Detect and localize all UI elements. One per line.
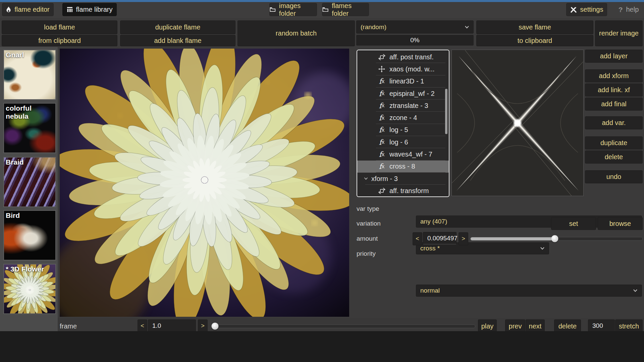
frame-label: frame — [60, 322, 77, 330]
to-clipboard-button[interactable]: to clipboard — [476, 35, 593, 46]
xform-list-item[interactable]: xaos (mod. w... — [357, 63, 449, 75]
item-label: waves4_wf - 7 — [389, 150, 432, 158]
delete-button[interactable]: delete — [585, 150, 643, 164]
variation-browse-button[interactable]: browse — [598, 217, 643, 230]
slider-thumb[interactable] — [212, 323, 219, 330]
xform-list-item[interactable]: fx ztranslate - 3 — [357, 100, 449, 112]
frame-input[interactable]: 1.0 — [148, 319, 196, 332]
button-label: add xform — [599, 72, 629, 80]
thumb-label: Braid — [6, 158, 24, 166]
xform-list-item[interactable]: fx linear3D - 1 — [357, 75, 449, 87]
slider-thumb[interactable] — [551, 235, 558, 242]
xform-list-item[interactable]: fx zcone - 4 — [357, 112, 449, 124]
library-thumb-gnarl[interactable]: Gnarl — [3, 50, 56, 100]
images-folder-button[interactable]: images folder — [269, 3, 317, 16]
button-label: settings — [580, 6, 603, 13]
library-sidebar: Gnarl colorful nebula Braid Bird * 3D Fl… — [0, 47, 58, 331]
frame-increment-button[interactable]: > — [198, 319, 208, 333]
library-thumb-braid[interactable]: Braid — [3, 157, 56, 207]
variation-set-button[interactable]: set — [551, 217, 596, 230]
button-label: play — [481, 322, 494, 330]
frame-slider[interactable] — [211, 324, 475, 328]
item-label: aff. post transf. — [389, 53, 434, 61]
app-window: flame editor flame library images folder… — [0, 0, 644, 362]
button-label: from clipboard — [38, 37, 81, 45]
item-label: linear3D - 1 — [389, 77, 424, 85]
cross-variation-art — [452, 50, 583, 196]
var-type-label: var type — [357, 205, 379, 213]
xform-list-item[interactable]: aff. post transf. — [357, 51, 449, 63]
item-label: xaos (mod. w... — [389, 65, 435, 73]
fx-icon: fx — [376, 89, 387, 98]
render-image-button[interactable]: render image — [595, 20, 643, 46]
button-label: add final — [601, 100, 627, 108]
render-progress-bar: 0% — [356, 35, 474, 46]
add-final-button[interactable]: add final — [585, 98, 643, 111]
button-label: next — [529, 322, 542, 330]
library-thumb-bird[interactable]: Bird — [3, 210, 56, 260]
settings-button[interactable]: settings — [566, 3, 607, 16]
xform-list-item[interactable]: fx log - 6 — [357, 136, 449, 148]
library-thumb-colorful-nebula[interactable]: colorful nebula — [3, 103, 56, 153]
xform-tree-parent[interactable]: xform - 3 — [357, 173, 449, 185]
fx-icon: fx — [376, 126, 387, 134]
duplicate-flame-button[interactable]: duplicate flame — [120, 20, 235, 34]
slider-fill — [471, 237, 555, 240]
priority-dropdown[interactable]: normal — [416, 285, 642, 297]
tab-flame-library[interactable]: flame library — [62, 3, 117, 16]
play-button[interactable]: play — [478, 319, 497, 333]
help-button[interactable]: ? help — [614, 3, 643, 16]
flame-icon — [6, 6, 11, 13]
xform-list-item[interactable]: fx log - 5 — [357, 124, 449, 136]
random-batch-button[interactable]: random batch — [237, 20, 355, 46]
xform-list-item[interactable]: fx epispiral_wf - 2 — [357, 87, 449, 100]
button-label: add blank flame — [154, 37, 201, 45]
amount-increment-button[interactable]: > — [459, 232, 468, 245]
add-xform-button[interactable]: add xform — [585, 69, 643, 82]
frames-count-input[interactable]: 300 — [588, 319, 615, 332]
stretch-button[interactable]: stretch — [615, 319, 643, 333]
next-button[interactable]: next — [526, 319, 545, 333]
frame-decrement-button[interactable]: < — [138, 319, 147, 333]
button-label: delete — [605, 153, 623, 161]
header-bar: flame editor flame library images folder… — [0, 2, 644, 18]
flames-folder-button[interactable]: flames folder — [322, 3, 369, 16]
add-blank-flame-button[interactable]: add blank flame — [120, 35, 235, 46]
button-label: add link. xf — [598, 86, 630, 94]
item-label: cross - 8 — [389, 163, 415, 170]
button-label: save flame — [519, 23, 551, 31]
add-link-xf-button[interactable]: add link. xf — [585, 83, 643, 97]
amount-input[interactable]: 0.0095497 — [423, 232, 457, 244]
from-clipboard-button[interactable]: from clipboard — [2, 35, 117, 46]
prev-button[interactable]: prev — [505, 319, 525, 333]
add-layer-button[interactable]: add layer — [585, 50, 643, 63]
xform-list-item[interactable]: fx waves4_wf - 7 — [357, 148, 449, 160]
progress-value: 0% — [410, 37, 419, 44]
item-label: aff. transform — [389, 187, 429, 195]
add-var-button[interactable]: add var. — [585, 116, 643, 129]
field-value: 0.0095497 — [427, 235, 458, 242]
delete-frame-button[interactable]: delete — [554, 319, 581, 333]
dropdown-value: any (407) — [420, 218, 447, 225]
item-label: ztranslate - 3 — [389, 102, 428, 110]
library-thumb-3d-flower[interactable]: * 3D Flower — [3, 264, 56, 314]
amount-slider[interactable] — [470, 237, 643, 241]
button-label: add var. — [602, 119, 626, 127]
amount-decrement-button[interactable]: < — [413, 232, 422, 245]
undo-button[interactable]: undo — [585, 170, 643, 183]
xform-list-item[interactable]: aff. transform — [357, 185, 449, 197]
item-label: xform - 3 — [371, 175, 398, 183]
tab-label: flame library — [76, 6, 113, 13]
xform-list-item-selected[interactable]: fx cross - 8 — [357, 161, 449, 173]
load-flame-button[interactable]: load flame — [2, 20, 117, 34]
chevron-down-icon — [540, 247, 545, 250]
button-label: help — [626, 6, 639, 13]
save-flame-button[interactable]: save flame — [476, 20, 593, 34]
tab-flame-editor[interactable]: flame editor — [2, 3, 54, 16]
duplicate-button[interactable]: duplicate — [585, 136, 643, 149]
affine-icon — [376, 187, 387, 195]
random-style-dropdown[interactable]: (random) — [356, 20, 474, 34]
button-label: to clipboard — [518, 37, 552, 45]
button-label: browse — [609, 220, 631, 228]
list-scrollbar[interactable] — [445, 89, 447, 134]
